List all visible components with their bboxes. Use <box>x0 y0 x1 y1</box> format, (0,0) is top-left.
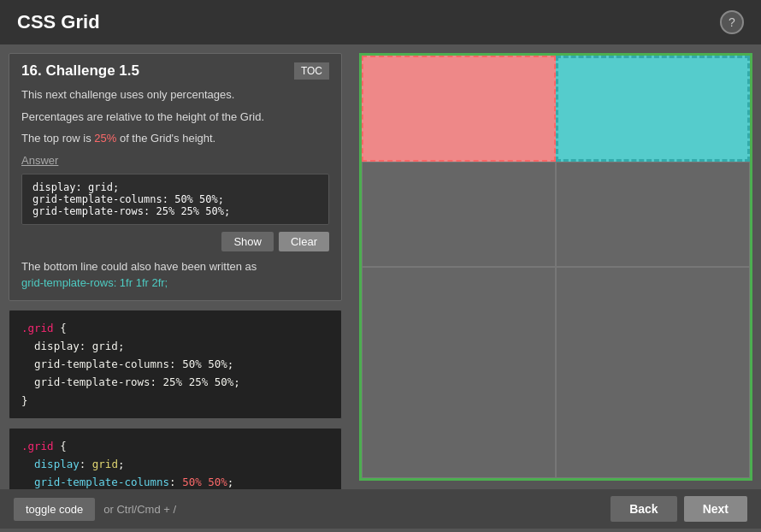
back-button[interactable]: Back <box>611 496 676 522</box>
answer-link[interactable]: Answer <box>21 154 58 167</box>
code2-line3: grid-template-columns: 50% 50%; <box>21 473 329 489</box>
answer-code-line2: grid-template-columns: 50% 50%; <box>32 193 318 205</box>
code1-line5: } <box>21 392 329 410</box>
show-button[interactable]: Show <box>221 232 274 251</box>
toc-button[interactable]: TOC <box>294 62 329 80</box>
next-button[interactable]: Next <box>684 496 747 522</box>
code1-line3: grid-template-columns: 50% 50%; <box>21 355 329 373</box>
challenge-text1: This next challenge uses only percentage… <box>21 86 329 103</box>
grid-cell-3 <box>362 162 556 268</box>
main-content: 16. Challenge 1.5 TOC This next challeng… <box>0 44 761 489</box>
left-panel: 16. Challenge 1.5 TOC This next challeng… <box>0 44 351 489</box>
answer-code-box: display: grid; grid-template-columns: 50… <box>21 174 329 225</box>
code1-line4: grid-template-rows: 25% 25% 50%; <box>21 373 329 391</box>
app-header: CSS Grid ? <box>0 0 761 44</box>
grid-preview <box>359 53 752 481</box>
show-clear-row: Show Clear <box>21 232 329 251</box>
challenge-text2: Percentages are relative to the height o… <box>21 109 329 126</box>
footer-right: Back Next <box>611 496 747 522</box>
grid-cell-1 <box>362 56 556 162</box>
app-title: CSS Grid <box>17 11 100 33</box>
answer-code-line3: grid-template-rows: 25% 25% 50%; <box>32 205 318 217</box>
footer: toggle code or Ctrl/Cmd + / Back Next <box>0 489 761 529</box>
right-panel <box>351 44 761 489</box>
footer-left: toggle code or Ctrl/Cmd + / <box>14 498 176 521</box>
code2-line1: .grid { <box>21 437 329 455</box>
code-block-2: .grid { display: grid; grid-template-col… <box>9 428 342 489</box>
code-block-1: .grid { display: grid; grid-template-col… <box>9 310 342 419</box>
code1-line2: display: grid; <box>21 337 329 355</box>
challenge-title: 16. Challenge 1.5 <box>21 62 139 80</box>
bottom-text: The bottom line could also have been wri… <box>21 258 329 292</box>
grid-cell-2 <box>556 56 750 162</box>
code2-line2: display: grid; <box>21 455 329 473</box>
answer-code-line1: display: grid; <box>32 181 318 193</box>
grid-cell-4 <box>556 162 750 268</box>
toggle-code-button[interactable]: toggle code <box>14 498 95 521</box>
challenge-header: 16. Challenge 1.5 TOC <box>21 62 329 80</box>
grid-cell-5 <box>362 267 556 478</box>
shortcut-text: or Ctrl/Cmd + / <box>103 503 176 516</box>
help-button[interactable]: ? <box>720 10 744 34</box>
clear-button[interactable]: Clear <box>279 232 329 251</box>
challenge-text3: The top row is 25% of the Grid's height. <box>21 130 329 147</box>
grid-cell-6 <box>556 267 750 478</box>
challenge-box: 16. Challenge 1.5 TOC This next challeng… <box>9 53 342 301</box>
code1-line1: .grid { <box>21 319 329 337</box>
